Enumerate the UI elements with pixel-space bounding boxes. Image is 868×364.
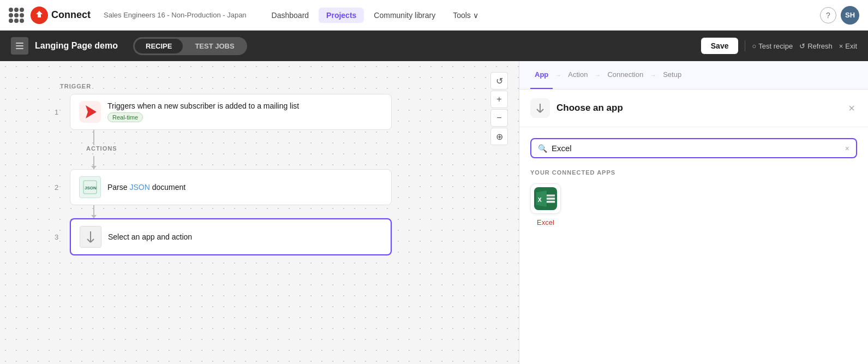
connected-apps-label: YOUR CONNECTED APPS — [530, 169, 857, 176]
recipe-icon — [11, 37, 28, 55]
excel-app-name: Excel — [537, 218, 554, 226]
step-1-icon — [79, 101, 101, 123]
exit-icon: × — [839, 42, 843, 50]
zoom-out-button[interactable]: − — [490, 109, 508, 127]
app-grid-icon[interactable] — [9, 8, 24, 23]
step-1-content: Triggers when a new subscriber is added … — [107, 102, 299, 122]
step-1-title: Triggers when a new subscriber is added … — [107, 102, 299, 110]
svg-text:JSON: JSON — [85, 186, 97, 190]
panel-tabs: App → Action → Connection → Setup — [519, 61, 868, 89]
search-icon: 🔍 — [538, 144, 547, 153]
panel-close-button[interactable]: × — [846, 100, 857, 117]
connector-1 — [93, 130, 94, 145]
refresh-icon: ↺ — [799, 42, 805, 50]
step-3-num: 3 — [55, 233, 63, 241]
panel-header-title: Choose an app — [556, 103, 846, 114]
save-button[interactable]: Save — [701, 38, 739, 54]
trigger-section-label: TRIGGER — [60, 83, 91, 89]
test-recipe-label: Test recipe — [758, 42, 793, 50]
logo-icon — [31, 7, 48, 24]
search-input[interactable] — [552, 144, 841, 153]
search-box: 🔍 × — [530, 138, 857, 158]
logo-text: Connect — [51, 9, 91, 21]
panel-header: Choose an app × — [519, 89, 868, 127]
tab-connection[interactable]: Connection — [603, 61, 648, 89]
avatar[interactable]: SH — [841, 6, 859, 25]
crosshair-button[interactable]: ⊕ — [490, 128, 508, 145]
refresh-button[interactable]: ↺ Refresh — [799, 42, 833, 50]
step-2-icon: JSON — [79, 176, 101, 198]
actions-section-label: ACTIONS — [86, 145, 117, 152]
excel-app-icon: X — [530, 183, 561, 214]
step-2-highlight: JSON — [129, 183, 149, 192]
reset-button[interactable]: ↺ — [490, 72, 508, 89]
nav-link-tools[interactable]: Tools ∨ — [445, 8, 486, 23]
divider — [745, 40, 745, 51]
step-3-icon — [80, 226, 101, 248]
app-grid: X Excel — [530, 183, 857, 226]
tab-action[interactable]: Action — [564, 61, 592, 89]
svg-rect-1 — [16, 45, 23, 46]
tools-chevron-icon: ∨ — [473, 11, 478, 20]
test-recipe-button[interactable]: ○ Test recipe — [752, 42, 793, 50]
recipe-bar: Langing Page demo RECIPE TEST JOBS Save … — [0, 31, 868, 61]
svg-rect-19 — [547, 201, 555, 203]
step-1-card[interactable]: Triggers when a new subscriber is added … — [70, 94, 392, 130]
step-2-num: 2 — [55, 183, 63, 192]
right-panel: App → Action → Connection → Setup Choose… — [519, 61, 868, 364]
main-area: ↺ + − ⊕ TRIGGER 1 Triggers when a new su… — [0, 61, 868, 364]
arrow-3: → — [650, 71, 656, 79]
recipe-bar-actions: Save ○ Test recipe ↺ Refresh × Exit — [701, 38, 857, 54]
nav-link-projects[interactable]: Projects — [319, 8, 364, 23]
nav-tools: ? SH — [820, 6, 859, 25]
step-1-badge: Real-time — [107, 112, 143, 122]
step-1-num: 1 — [55, 108, 63, 116]
tab-action-label: Action — [568, 70, 588, 79]
test-jobs-btn[interactable]: TEST JOBS — [184, 39, 245, 53]
svg-marker-3 — [86, 105, 97, 118]
env-label: Sales Engineers 16 - Non-Production - Ja… — [104, 11, 247, 19]
tab-setup-label: Setup — [663, 70, 681, 79]
svg-rect-18 — [547, 198, 555, 200]
app-item-excel[interactable]: X Excel — [530, 183, 561, 226]
test-recipe-icon: ○ — [752, 42, 756, 50]
arrow-2: → — [594, 71, 601, 79]
tab-app[interactable]: App — [530, 61, 553, 89]
arrow-1: → — [555, 71, 561, 79]
recipe-flow: TRIGGER 1 Triggers when a new subscriber… — [22, 72, 497, 255]
recipe-btn[interactable]: RECIPE — [135, 39, 183, 53]
search-clear-button[interactable]: × — [845, 144, 849, 153]
refresh-label: Refresh — [807, 42, 833, 50]
connector-3 — [93, 205, 94, 218]
panel-body: 🔍 × YOUR CONNECTED APPS X — [519, 127, 868, 364]
recipe-toggle: RECIPE TEST JOBS — [133, 37, 247, 55]
zoom-in-button[interactable]: + — [490, 91, 508, 108]
step-3-content: Select an app and action — [108, 232, 192, 241]
panel-header-icon — [530, 98, 550, 118]
svg-rect-17 — [547, 194, 555, 196]
nav-link-dashboard[interactable]: Dashboard — [264, 8, 317, 23]
canvas-controls: ↺ + − ⊕ — [490, 72, 508, 145]
top-nav: Connect Sales Engineers 16 - Non-Product… — [0, 0, 868, 31]
svg-rect-0 — [16, 43, 23, 44]
tab-setup[interactable]: Setup — [659, 61, 686, 89]
step-2-title: Parse JSON document — [107, 183, 185, 192]
nav-links: Dashboard Projects Community library Too… — [264, 8, 486, 23]
tab-connection-label: Connection — [607, 70, 643, 79]
step-3-card[interactable]: Select an app and action — [70, 218, 392, 255]
svg-rect-2 — [16, 48, 23, 49]
recipe-canvas[interactable]: ↺ + − ⊕ TRIGGER 1 Triggers when a new su… — [0, 61, 519, 364]
nav-link-community[interactable]: Community library — [366, 8, 443, 23]
step-2-content: Parse JSON document — [107, 183, 185, 192]
tab-app-label: App — [535, 70, 548, 79]
step-2-card[interactable]: JSON Parse JSON document — [70, 169, 392, 205]
help-button[interactable]: ? — [820, 7, 836, 23]
step-3-title: Select an app and action — [108, 232, 192, 241]
recipe-title: Langing Page demo — [35, 41, 118, 51]
logo[interactable]: Connect — [31, 7, 91, 24]
tools-label: Tools — [453, 11, 471, 20]
svg-text:X: X — [538, 196, 542, 203]
connector-2 — [93, 156, 94, 169]
exit-label: Exit — [845, 42, 857, 50]
exit-button[interactable]: × Exit — [839, 42, 857, 50]
